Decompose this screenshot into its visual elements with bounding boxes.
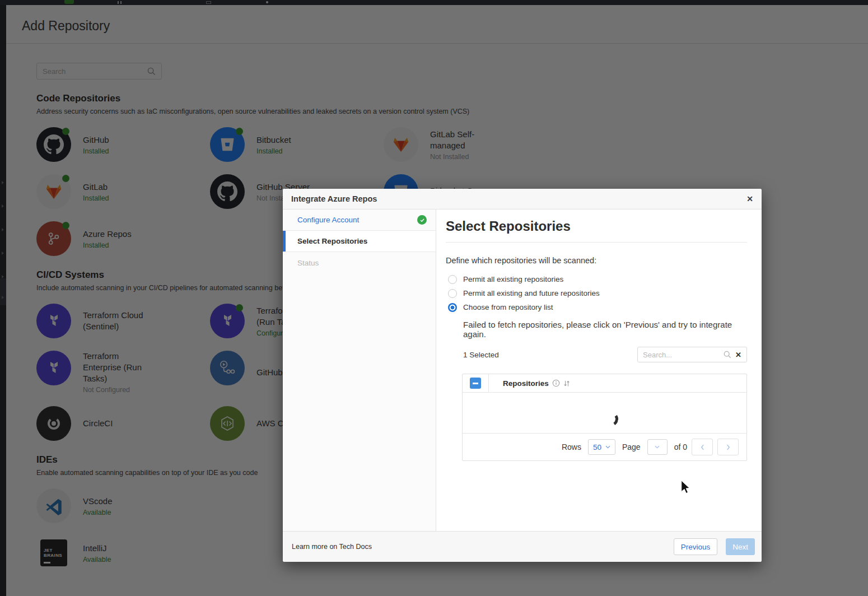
table-header-row: Repositories bbox=[463, 374, 746, 393]
repository-filter-input[interactable] bbox=[643, 351, 724, 359]
radio-icon[interactable] bbox=[448, 289, 457, 298]
step-label: Configure Account bbox=[297, 216, 359, 224]
info-icon[interactable] bbox=[552, 379, 560, 387]
select-all-checkbox-indeterminate[interactable] bbox=[470, 378, 481, 389]
radio-selected-icon[interactable] bbox=[448, 303, 457, 312]
radio-permit-existing-future[interactable]: Permit all existing and future repositor… bbox=[446, 286, 747, 300]
step-configure-account[interactable]: Configure Account bbox=[283, 209, 436, 231]
radio-choose-from-list[interactable]: Choose from repository list bbox=[446, 300, 747, 314]
step-select-repositories[interactable]: Select Repositories bbox=[283, 231, 436, 252]
chevron-down-icon bbox=[655, 445, 660, 449]
page-select[interactable] bbox=[647, 439, 668, 455]
page-count-label: of 0 bbox=[674, 443, 687, 451]
modal-title: Integrate Azure Repos bbox=[291, 194, 377, 203]
previous-page-button[interactable] bbox=[692, 439, 713, 455]
radio-permit-existing[interactable]: Permit all existing repositories bbox=[446, 272, 747, 286]
wizard-steps: Configure Account Select Repositories St… bbox=[283, 209, 436, 531]
modal-header: Integrate Azure Repos ✕ bbox=[283, 189, 762, 209]
chevron-right-icon bbox=[726, 444, 730, 450]
rows-label: Rows bbox=[562, 443, 581, 451]
column-header: Repositories bbox=[503, 379, 549, 388]
radio-label: Choose from repository list bbox=[463, 303, 553, 311]
learn-more-link[interactable]: Learn more on Tech Docs bbox=[292, 543, 372, 551]
next-button-disabled[interactable]: Next bbox=[726, 538, 755, 555]
step-status[interactable]: Status bbox=[283, 252, 436, 273]
step-label: Status bbox=[297, 259, 319, 267]
radio-label: Permit all existing repositories bbox=[463, 275, 563, 283]
loading-spinner bbox=[603, 411, 620, 428]
table-body-loading bbox=[463, 393, 746, 433]
chevron-left-icon bbox=[701, 444, 704, 450]
modal-content-heading: Select Repositories bbox=[446, 218, 747, 243]
rows-per-page-value: 50 bbox=[593, 443, 601, 451]
define-text: Define which repositories will be scanne… bbox=[446, 256, 747, 265]
step-label: Select Repositories bbox=[297, 237, 367, 245]
repository-filter-box[interactable]: ✕ bbox=[637, 347, 747, 362]
page-label: Page bbox=[622, 443, 641, 451]
close-icon[interactable]: ✕ bbox=[746, 194, 753, 203]
selected-count: 1 Selected bbox=[463, 351, 499, 359]
search-icon bbox=[724, 351, 731, 358]
previous-button[interactable]: Previous bbox=[674, 538, 718, 555]
repositories-table: Repositories bbox=[462, 374, 747, 461]
integrate-azure-repos-modal: Integrate Azure Repos ✕ Configure Accoun… bbox=[283, 189, 762, 562]
rows-per-page-select[interactable]: 50 bbox=[588, 439, 615, 455]
fetch-error-message: Failed to fetch repositories, please cli… bbox=[463, 320, 747, 339]
scan-scope-radios: Permit all existing repositories Permit … bbox=[446, 272, 747, 314]
modal-footer: Learn more on Tech Docs Previous Next bbox=[283, 531, 762, 562]
next-page-button[interactable] bbox=[717, 439, 739, 455]
sort-icon[interactable] bbox=[563, 380, 570, 387]
radio-label: Permit all existing and future repositor… bbox=[463, 289, 600, 297]
radio-icon[interactable] bbox=[448, 275, 457, 284]
table-pagination: Rows 50 Page of 0 bbox=[463, 433, 746, 460]
clear-search-icon[interactable]: ✕ bbox=[735, 351, 741, 359]
chevron-down-icon bbox=[605, 445, 610, 449]
check-circle-icon bbox=[417, 215, 427, 225]
